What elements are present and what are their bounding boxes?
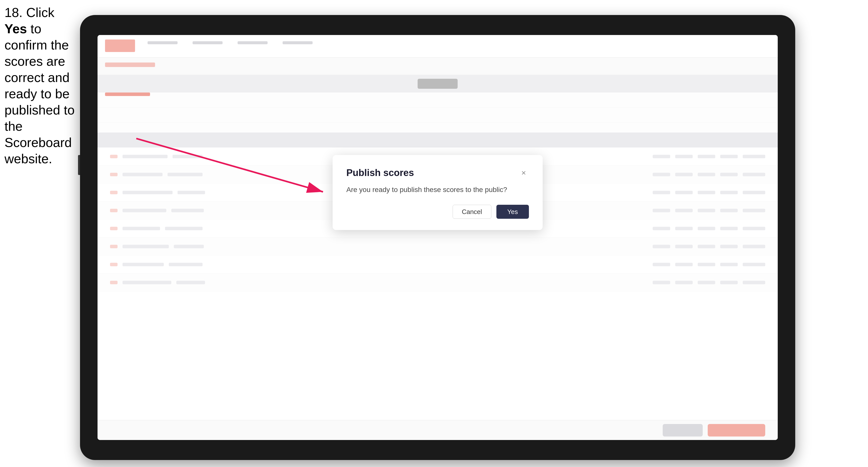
cancel-button[interactable]: Cancel [453,205,491,219]
step-number: 18. [4,5,23,20]
dialog-close-button[interactable]: × [518,168,529,178]
yes-button[interactable]: Yes [496,205,529,219]
instruction-text-part1: Click [26,5,55,20]
instruction-text-part2: to confirm the scores are correct and re… [4,22,74,166]
tablet-side-button [78,155,80,175]
dialog-message: Are you ready to publish these scores to… [346,186,529,194]
tablet-screen: Publish scores × Are you ready to publis… [97,35,778,440]
dialog-footer: Cancel Yes [346,205,529,219]
modal-backdrop [97,35,778,440]
dialog-header: Publish scores × [346,167,529,178]
instruction-text: 18. Click Yes to confirm the scores are … [4,4,77,167]
publish-dialog: Publish scores × Are you ready to publis… [333,155,542,230]
instruction-bold: Yes [4,22,27,36]
dialog-title: Publish scores [346,167,414,178]
tablet-device: Publish scores × Are you ready to publis… [80,15,795,460]
